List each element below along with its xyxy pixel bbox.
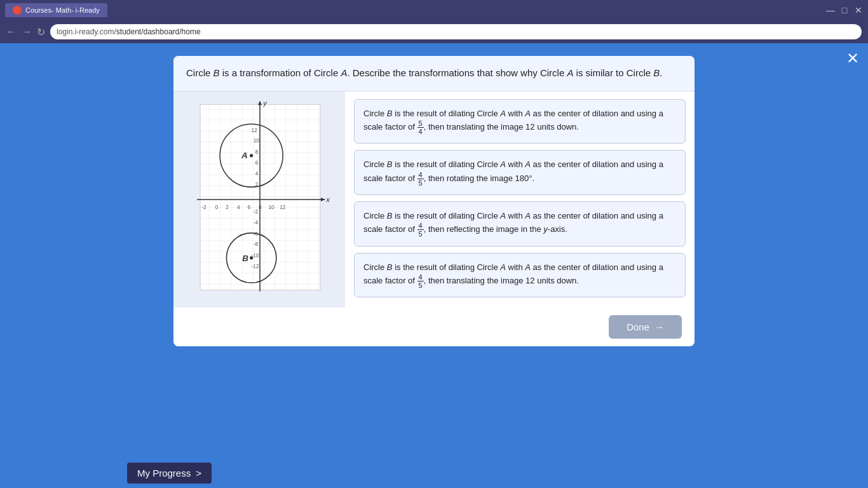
- choice-4[interactable]: Circle B is the result of dilating Circl…: [354, 253, 686, 298]
- browser-tab[interactable]: Courses- Math- i-Ready: [5, 3, 107, 17]
- done-button[interactable]: Done →: [609, 315, 682, 339]
- url-protocol: login.i-ready.com/: [57, 27, 116, 36]
- svg-text:-12: -12: [252, 264, 259, 269]
- svg-point-29: [250, 154, 253, 157]
- forward-icon[interactable]: →: [22, 26, 32, 37]
- close-question-button[interactable]: ✕: [843, 48, 863, 69]
- main-area: ✕ Circle B is a transformation of Circle…: [0, 43, 868, 458]
- svg-text:8: 8: [255, 149, 259, 154]
- minimize-button[interactable]: —: [826, 6, 835, 15]
- back-icon[interactable]: ←: [6, 26, 17, 37]
- refresh-icon[interactable]: ↻: [37, 26, 45, 38]
- svg-text:10: 10: [254, 138, 260, 144]
- choices-area: Circle B is the result of dilating Circl…: [345, 92, 695, 308]
- svg-text:4: 4: [255, 170, 259, 176]
- browser-toolbar: ← → ↻ login.i-ready.com/ student/dashboa…: [0, 20, 868, 43]
- my-progress-arrow: >: [196, 468, 201, 478]
- browser-titlebar: Courses- Math- i-Ready — □ ✕: [0, 0, 868, 20]
- svg-point-32: [250, 256, 253, 259]
- maximize-button[interactable]: □: [840, 6, 849, 15]
- svg-marker-4: [321, 197, 325, 201]
- tab-title: Courses- Math- i-Ready: [25, 6, 100, 14]
- svg-text:10: 10: [268, 205, 275, 210]
- done-row: Done →: [173, 308, 695, 346]
- svg-text:0: 0: [215, 205, 219, 210]
- done-arrow: →: [654, 322, 664, 332]
- choice-1[interactable]: Circle B is the result of dilating Circl…: [354, 99, 686, 144]
- svg-text:12: 12: [280, 205, 286, 210]
- my-progress-button[interactable]: My Progress >: [127, 463, 212, 484]
- svg-text:4: 4: [237, 205, 240, 210]
- url-path: student/dashboard/home: [116, 27, 201, 36]
- svg-text:-8: -8: [254, 241, 259, 247]
- svg-text:x: x: [325, 196, 330, 203]
- tab-favicon: [13, 6, 22, 15]
- choice-2[interactable]: Circle B is the result of dilating Circl…: [354, 150, 686, 195]
- close-window-button[interactable]: ✕: [854, 6, 863, 15]
- svg-text:12: 12: [252, 127, 258, 133]
- svg-text:-2: -2: [201, 205, 207, 210]
- window-controls: — □ ✕: [826, 6, 863, 15]
- svg-marker-5: [258, 101, 262, 105]
- question-body: y x -2 0 2 4 6 8 10 12 12 10 8 6: [173, 92, 695, 308]
- svg-text:B: B: [242, 254, 248, 263]
- choice-3[interactable]: Circle B is the result of dilating Circl…: [354, 201, 686, 247]
- progress-bar-area: My Progress >: [0, 458, 868, 488]
- svg-text:-4: -4: [254, 220, 259, 226]
- svg-text:2: 2: [226, 205, 229, 210]
- question-header: Circle B is a transformation of Circle A…: [173, 56, 695, 92]
- question-card: Circle B is a transformation of Circle A…: [173, 56, 695, 346]
- done-label: Done: [627, 322, 649, 332]
- question-text: Circle B is a transformation of Circle A…: [186, 67, 662, 78]
- svg-text:A: A: [241, 150, 248, 159]
- svg-text:8: 8: [259, 205, 262, 210]
- address-bar[interactable]: login.i-ready.com/ student/dashboard/hom…: [50, 24, 862, 39]
- svg-text:-2: -2: [254, 208, 259, 214]
- graph-area: y x -2 0 2 4 6 8 10 12 12 10 8 6: [173, 92, 345, 308]
- coordinate-graph: y x -2 0 2 4 6 8 10 12 12 10 8 6: [186, 98, 332, 301]
- svg-text:6: 6: [247, 205, 250, 210]
- my-progress-label: My Progress: [137, 468, 191, 478]
- svg-text:6: 6: [255, 160, 259, 166]
